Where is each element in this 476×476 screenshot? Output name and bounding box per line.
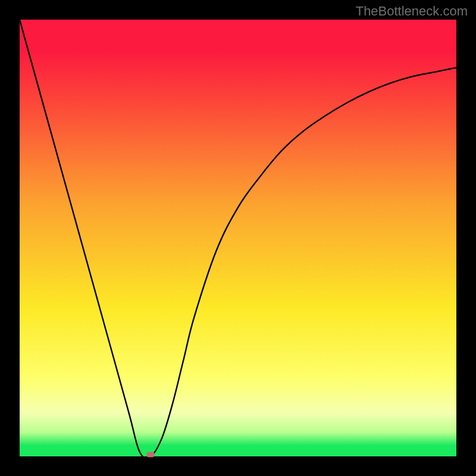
plot-area [20,20,456,456]
chart-frame: TheBottleneck.com [0,0,476,476]
watermark-text: TheBottleneck.com [356,4,468,19]
bottleneck-curve [20,20,456,456]
minimum-marker [146,452,155,458]
